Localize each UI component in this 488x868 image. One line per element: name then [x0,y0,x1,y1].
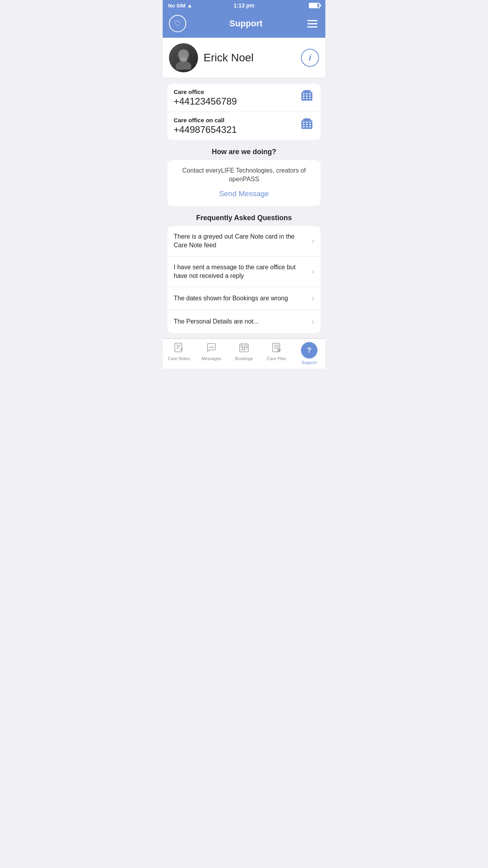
app-header: ♡ Support [163,11,325,38]
faq-item-text-0: There is a greyed out Care Note card in … [174,232,308,250]
tab-messages[interactable]: Messages [195,342,228,365]
faq-section-title: Frequently Asked Questions [167,208,321,226]
tab-bookings-label: Bookings [235,356,253,361]
tab-bar: Care Notes Messages [163,338,325,369]
feedback-section-title: How are we doing? [167,142,321,160]
contact-card: Care office +44123456789 [167,84,321,140]
tab-care-notes-label: Care Notes [168,356,190,361]
tab-bookings[interactable]: Bookings [228,342,261,365]
svg-rect-39 [246,347,248,348]
svg-rect-5 [303,93,305,94]
messages-icon [206,342,217,355]
tab-messages-label: Messages [202,356,221,361]
tab-care-plan[interactable]: Care Plan [260,342,293,365]
carrier-text: No SIM [168,3,185,9]
chevron-icon-3: › [312,316,314,327]
bookings-icon [238,342,250,355]
phone-icon-1 [299,89,314,107]
heart-icon: ♡ [174,19,181,28]
svg-point-28 [209,347,211,348]
svg-point-1 [176,61,191,70]
svg-rect-8 [303,96,305,97]
menu-line-3 [307,26,317,28]
svg-rect-7 [309,93,311,94]
svg-rect-17 [309,121,311,123]
faq-card: There is a greyed out Care Note card in … [167,226,321,333]
care-office-item[interactable]: Care office +44123456789 [167,84,321,112]
battery-container [309,3,320,8]
svg-rect-15 [303,121,305,123]
faq-item-text-3: The Personal Details are not... [174,317,308,326]
svg-point-29 [211,347,212,348]
faq-item-text-2: The dates shown for Bookings are wrong [174,294,308,303]
care-office-oncall-item[interactable]: Care office on call +44987654321 [167,112,321,140]
svg-rect-16 [306,121,308,123]
svg-rect-38 [244,349,245,350]
care-plan-icon [271,342,282,355]
svg-rect-19 [306,124,308,125]
care-office-oncall-info: Care office on call +44987654321 [174,117,299,135]
faq-item-2[interactable]: The dates shown for Bookings are wrong › [167,287,321,310]
faq-item-text-1: I have sent a message to the care office… [174,263,308,281]
care-office-number: +44123456789 [174,96,299,107]
faq-item-0[interactable]: There is a greyed out Care Note card in … [167,226,321,257]
profile-name: Erick Noel [204,51,301,64]
avatar [169,43,198,72]
heart-button[interactable]: ♡ [169,15,186,32]
chevron-icon-2: › [312,293,314,303]
faq-item-1[interactable]: I have sent a message to the care office… [167,257,321,287]
care-office-oncall-label: Care office on call [174,117,299,123]
svg-rect-11 [303,98,305,99]
main-content: Care office +44123456789 [163,78,325,338]
menu-button[interactable] [306,18,319,29]
svg-rect-22 [306,126,308,127]
menu-line-2 [307,23,317,24]
info-icon: i [309,53,311,63]
tab-support[interactable]: ? Support [293,342,325,365]
tab-support-label: Support [301,360,317,365]
menu-line-1 [307,20,317,21]
status-time: 1:13 pm [234,2,255,9]
care-office-label: Care office [174,88,299,95]
profile-section: Erick Noel i [163,38,325,78]
svg-rect-21 [303,126,305,127]
care-office-oncall-number: +44987654321 [174,124,299,135]
svg-rect-24 [175,343,182,352]
send-message-button[interactable]: Send Message [219,188,269,200]
svg-rect-23 [309,126,311,127]
info-button[interactable]: i [301,49,319,67]
svg-rect-13 [309,98,311,99]
phone-icon-2 [299,117,314,135]
svg-rect-37 [241,349,243,350]
feedback-card: Contact everyLIFE Technologies, creators… [167,160,321,206]
svg-text:?: ? [307,346,311,354]
svg-point-30 [213,347,214,348]
tab-care-notes[interactable]: Care Notes [163,342,195,365]
tab-care-plan-label: Care Plan [267,356,286,361]
chevron-icon-1: › [312,267,314,277]
status-bar: No SIM ▲ 1:13 pm [163,0,325,11]
avatar-image [172,46,195,70]
chevron-icon-0: › [312,236,314,246]
svg-rect-6 [306,93,308,94]
header-title: Support [229,18,262,29]
support-icon-circle: ? [301,342,317,359]
svg-rect-36 [244,347,245,348]
svg-rect-20 [309,124,311,125]
care-office-info: Care office +44123456789 [174,88,299,107]
svg-rect-18 [303,124,305,125]
svg-rect-10 [309,96,311,97]
svg-point-3 [180,57,187,62]
care-notes-icon [173,342,184,355]
feedback-card-text: Contact everyLIFE Technologies, creators… [174,166,314,184]
svg-rect-12 [306,98,308,99]
carrier-info: No SIM ▲ [168,2,193,9]
battery-icon [309,3,320,8]
faq-item-3[interactable]: The Personal Details are not... › [167,310,321,333]
svg-rect-35 [241,347,243,348]
svg-rect-9 [306,96,308,97]
wifi-icon: ▲ [187,2,193,9]
